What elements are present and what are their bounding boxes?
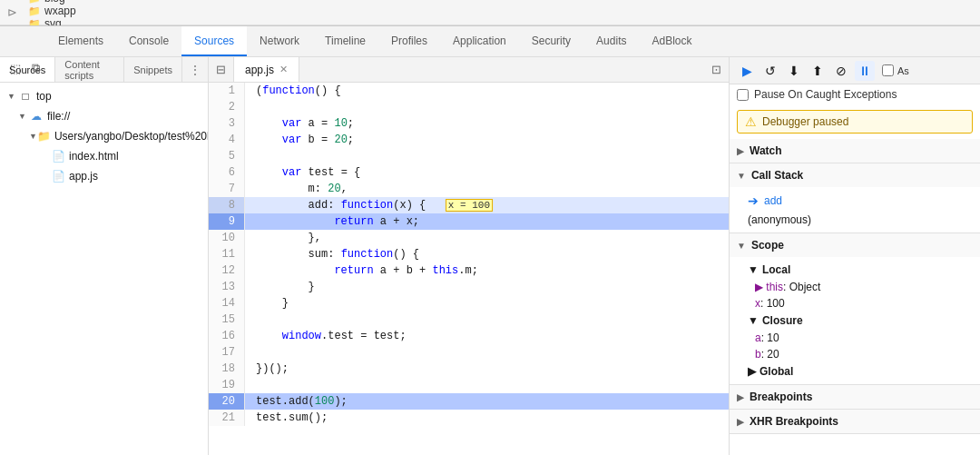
sources-panel: SourcesContent scriptsSnippets ⋮ ▼ □ top… [0,57,209,455]
line-content-18[interactable]: })(); [245,361,729,377]
step-out-button[interactable]: ⬆ [808,61,828,81]
line-number-13: 13 [209,279,245,295]
scope-x-val: 100 [767,297,785,310]
device-icon[interactable]: ⧉ [27,60,44,76]
breakpoints-label: Breakpoints [750,391,812,403]
devtools-icons: ⬚ ⧉ [7,53,44,84]
xhr-breakpoints-label: XHR Breakpoints [750,415,838,428]
tree-item-appjs[interactable]: 📄 app.js [0,166,208,186]
code-line-20: 20test.add(100); [209,393,729,410]
xhr-breakpoints-header[interactable]: ▶ XHR Breakpoints [730,410,980,433]
cursor-icon[interactable]: ⬚ [7,60,24,76]
call-stack-add-label: add [764,194,782,207]
dev-tab-console[interactable]: Console [116,26,181,56]
line-content-14[interactable]: } [245,295,729,312]
line-content-21[interactable]: test.sum(); [245,410,729,426]
line-content-16[interactable]: window.test = test; [245,328,729,344]
sources-more-button[interactable]: ⋮ [182,57,208,82]
line-content-17[interactable] [245,344,729,361]
devtools-tab-bar: ⬚ ⧉ ElementsConsoleSourcesNetworkTimelin… [0,26,980,57]
close-tab-icon[interactable]: ✕ [279,64,288,75]
dev-tab-network[interactable]: Network [247,26,312,56]
line-content-11[interactable]: sum: function() { [245,246,729,262]
code-line-5: 5 [209,148,729,164]
scope-this-val: Object [789,281,821,293]
call-stack-item-add[interactable]: ➔ add [740,191,969,211]
tree-label-file: file:// [47,108,70,124]
code-line-7: 7 m: 20, [209,181,729,197]
breakpoints-header[interactable]: ▶ Breakpoints [730,385,980,409]
line-content-6[interactable]: var test = { [245,164,729,181]
dev-tab-sources[interactable]: Sources [181,26,247,56]
bookmarks-folder-icon: ⊳ [7,5,17,19]
line-content-4[interactable]: var b = 20; [245,132,729,148]
line-content-2[interactable] [245,99,729,115]
dev-tab-profiles[interactable]: Profiles [378,26,440,56]
line-content-13[interactable]: } [245,279,729,295]
line-content-9[interactable]: return a + x; [245,213,729,230]
tree-item-folder[interactable]: ▼ 📁 Users/yangbo/Desktop/test%20heap [0,126,208,146]
scope-header[interactable]: ▼ Scope [730,233,980,257]
scope-closure-header[interactable]: ▼ Closure [740,312,969,330]
scope-b: b: 20 [740,346,969,362]
tree-label-index: index.html [69,148,119,164]
scope-local-header[interactable]: ▼ Local [740,261,969,279]
pause-caught-checkbox[interactable] [737,89,749,101]
line-number-10: 10 [209,230,245,246]
line-content-1[interactable]: (function() { [245,83,729,99]
code-panel: ⊟ app.js ✕ ⊡ 1(function() {23 var a = 10… [209,57,730,455]
dev-tab-elements[interactable]: Elements [45,26,116,56]
step-over-button[interactable]: ↺ [760,61,780,81]
line-content-12[interactable]: return a + b + this.m; [245,262,729,279]
bookmark-item[interactable]: 📁wxapp [28,5,94,17]
sources-tab-content-scripts[interactable]: Content scripts [55,57,124,82]
pause-button[interactable]: ⏸ [855,61,875,81]
step-into-button[interactable]: ⬇ [784,61,804,81]
code-editor[interactable]: 1(function() {23 var a = 10;4 var b = 20… [209,83,729,455]
call-stack-header[interactable]: ▼ Call Stack [730,163,980,187]
devtools-window: ⬚ ⧉ ElementsConsoleSourcesNetworkTimelin… [0,25,980,455]
paused-notice-text: Debugger paused [762,115,848,128]
line-number-18: 18 [209,361,245,377]
call-stack-arrow-icon: ➔ [748,193,759,208]
warning-icon: ⚠ [745,114,757,129]
watch-section: ▶ Watch [730,139,980,163]
dev-tab-application[interactable]: Application [440,26,519,56]
code-line-15: 15 [209,312,729,328]
code-tab-right-icon[interactable]: ⊡ [704,57,729,82]
line-content-20[interactable]: test.add(100); [245,393,729,410]
watch-header[interactable]: ▶ Watch [730,139,980,163]
line-content-5[interactable] [245,148,729,164]
scope-x-key: x [755,297,760,310]
resume-button[interactable]: ▶ [737,61,757,81]
code-line-11: 11 sum: function() { [209,246,729,262]
tree-item-index[interactable]: 📄 index.html [0,146,208,166]
line-content-8[interactable]: add: function(x) { x = 100 [245,197,729,213]
scope-section: ▼ Scope ▼ Local ▶ this: Object x: 100 ▼ … [730,233,980,385]
line-content-3[interactable]: var a = 10; [245,115,729,132]
code-tab-expand-icon[interactable]: ⊟ [209,57,234,82]
code-file-tab-appjs[interactable]: app.js ✕ [234,57,299,82]
line-number-5: 5 [209,148,245,164]
dev-tab-timeline[interactable]: Timeline [312,26,378,56]
code-tab-bar: ⊟ app.js ✕ ⊡ [209,57,729,83]
dev-tab-security[interactable]: Security [519,26,583,56]
line-content-7[interactable]: m: 20, [245,181,729,197]
line-content-10[interactable]: }, [245,230,729,246]
tree-item-file[interactable]: ▼ ☁ file:// [0,106,208,126]
scope-global-header[interactable]: ▶ Global [740,362,969,381]
call-stack-section: ▼ Call Stack ➔ add (anonymous) [730,163,980,233]
line-content-15[interactable] [245,312,729,328]
async-checkbox-input[interactable] [882,64,894,76]
scope-a: a: 10 [740,330,969,346]
line-number-17: 17 [209,344,245,361]
deactivate-button[interactable]: ⊘ [831,61,851,81]
sources-tab-snippets[interactable]: Snippets [124,57,182,82]
dev-tab-audits[interactable]: Audits [583,26,639,56]
code-line-10: 10 }, [209,230,729,246]
dev-tab-adblock[interactable]: AdBlock [639,26,704,56]
file-tree: ▼ □ top ▼ ☁ file:// ▼ 📁 Users/yangbo/Des… [0,83,208,455]
tree-item-top[interactable]: ▼ □ top [0,86,208,106]
line-content-19[interactable] [245,377,729,393]
call-stack-item-anonymous[interactable]: (anonymous) [740,211,969,229]
